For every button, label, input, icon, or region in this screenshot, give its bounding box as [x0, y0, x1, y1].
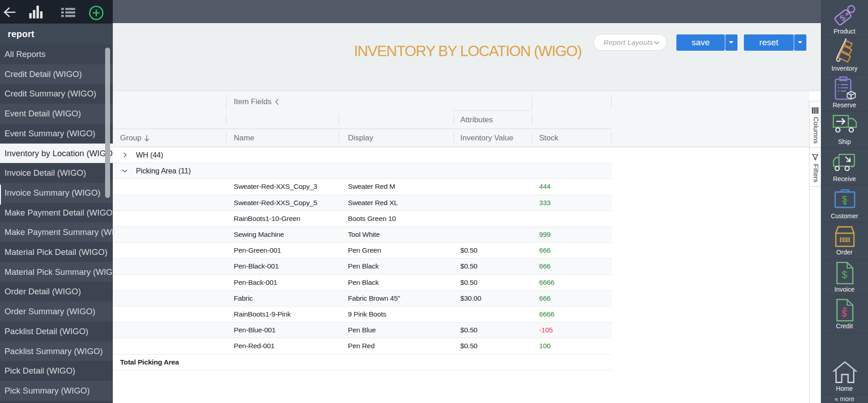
svg-text:$: $	[842, 269, 847, 280]
svg-text:$: $	[842, 308, 847, 318]
svg-text:$: $	[842, 194, 847, 204]
